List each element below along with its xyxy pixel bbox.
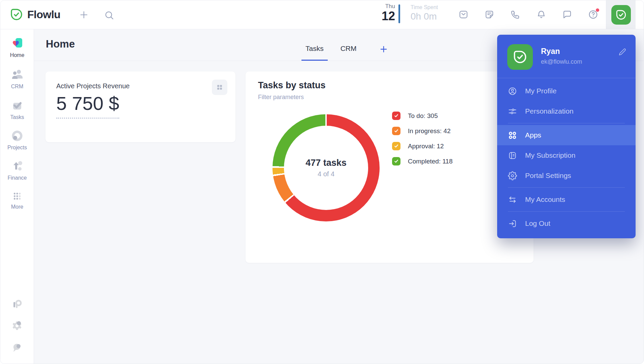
donut-total-label: 477 tasks bbox=[305, 158, 347, 168]
avatar-shield-icon bbox=[615, 9, 627, 21]
sidebar-item-more[interactable]: More bbox=[0, 190, 34, 210]
revenue-value-link[interactable]: 5 750 $ bbox=[56, 92, 119, 119]
revenue-widget-title: Active Projects Revenue bbox=[56, 82, 130, 90]
tab-tasks[interactable]: Tasks bbox=[303, 44, 326, 61]
sidebar-item-label: Finance bbox=[0, 175, 34, 181]
dashboard-tabs: Tasks CRM bbox=[303, 44, 388, 61]
donut-center-labels: 477 tasks 4 of 4 bbox=[272, 114, 380, 221]
mail-icon bbox=[458, 9, 469, 20]
filter-parameters-link[interactable]: Filter parameters bbox=[258, 94, 304, 101]
finance-icon bbox=[10, 159, 24, 173]
date-day: Thu bbox=[373, 3, 395, 10]
widget-drag-handle[interactable] bbox=[212, 80, 227, 95]
user-menu-header: Ryan ek@flowlu.com bbox=[497, 35, 636, 78]
menu-divider bbox=[508, 211, 625, 212]
menu-item-label: Personalization bbox=[525, 107, 574, 115]
check-icon bbox=[394, 159, 399, 164]
tasks-by-status-widget: Tasks by status Filter parameters 477 ta… bbox=[246, 71, 534, 263]
menu-item-my-accounts[interactable]: My Accounts bbox=[497, 189, 636, 210]
menu-item-my-subscription[interactable]: My Subscription bbox=[497, 145, 636, 165]
menu-item-log-out[interactable]: Log Out bbox=[497, 213, 636, 234]
time-spent: Time Spent 0h 0m bbox=[411, 4, 438, 22]
menu-item-apps[interactable]: Apps bbox=[497, 125, 636, 145]
legend-checkbox bbox=[392, 142, 400, 150]
product-logo-icon bbox=[11, 299, 23, 310]
app-window: Flowlu Thu 12 Time Spent 0h 0m bbox=[0, 0, 644, 364]
add-tab-button[interactable] bbox=[379, 44, 388, 55]
flowlu-shield-icon bbox=[10, 8, 23, 21]
legend-label: Completed: 118 bbox=[408, 158, 453, 165]
menu-item-label: Apps bbox=[525, 131, 541, 139]
chat-icon bbox=[562, 9, 572, 20]
date-number: 12 bbox=[373, 10, 395, 23]
sidebar-product-logo[interactable] bbox=[0, 299, 34, 310]
calendar-date: Thu 12 bbox=[373, 3, 395, 23]
user-avatar-button[interactable] bbox=[606, 0, 636, 29]
sidebar-item-label: Home bbox=[0, 52, 34, 58]
tab-crm[interactable]: CRM bbox=[339, 44, 359, 61]
time-spent-label: Time Spent bbox=[411, 4, 438, 11]
menu-item-portal-settings[interactable]: Portal Settings bbox=[497, 165, 636, 186]
check-icon bbox=[394, 128, 399, 133]
menu-divider bbox=[508, 187, 625, 188]
sliders-icon bbox=[508, 107, 517, 116]
menu-item-personalization[interactable]: Personalization bbox=[497, 101, 636, 121]
add-button[interactable] bbox=[78, 9, 89, 20]
pencil-icon bbox=[619, 48, 626, 56]
menu-item-label: My Profile bbox=[525, 87, 556, 95]
brand-logo[interactable]: Flowlu bbox=[10, 8, 60, 21]
sidebar-settings-shortcut[interactable] bbox=[0, 320, 34, 331]
sidebar-item-crm[interactable]: CRM bbox=[0, 68, 34, 90]
revenue-widget: Active Projects Revenue 5 750 $ bbox=[45, 71, 235, 142]
legend-checkbox bbox=[392, 157, 400, 165]
user-email: ek@flowlu.com bbox=[541, 58, 582, 65]
sidebar-item-label: Projects bbox=[0, 145, 34, 151]
page-title: Home bbox=[46, 38, 75, 50]
legend-item-approval[interactable]: Approval: 12 bbox=[392, 142, 453, 150]
brand-name: Flowlu bbox=[27, 8, 60, 21]
avatar bbox=[611, 5, 631, 25]
menu-item-label: My Accounts bbox=[525, 195, 565, 204]
user-dropdown-menu: Ryan ek@flowlu.com My Profile Personaliz… bbox=[497, 35, 636, 238]
crm-icon bbox=[10, 68, 24, 82]
gear-shortcut-icon bbox=[11, 320, 23, 331]
menu-item-my-profile[interactable]: My Profile bbox=[497, 81, 636, 101]
gear-icon bbox=[508, 171, 517, 180]
sidebar-item-label: Tasks bbox=[0, 114, 34, 120]
sidebar-item-label: More bbox=[0, 204, 34, 210]
tasks-donut-chart[interactable]: 477 tasks 4 of 4 bbox=[272, 114, 380, 221]
user-menu-avatar bbox=[507, 44, 533, 70]
mail-button[interactable] bbox=[458, 9, 469, 20]
sidebar: Home CRM Tasks Projects bbox=[0, 29, 34, 364]
swap-accounts-icon bbox=[508, 195, 517, 204]
timer-indicator bbox=[398, 4, 400, 23]
sidebar-item-finance[interactable]: Finance bbox=[0, 159, 34, 181]
legend-label: Approval: 12 bbox=[408, 143, 444, 150]
logout-icon bbox=[508, 219, 517, 228]
apps-icon bbox=[508, 131, 517, 140]
sidebar-item-tasks[interactable]: Tasks bbox=[0, 99, 34, 120]
chat-button[interactable] bbox=[562, 9, 572, 20]
legend-item-completed[interactable]: Completed: 118 bbox=[392, 157, 453, 165]
notifications-button[interactable] bbox=[536, 9, 546, 20]
help-button[interactable] bbox=[588, 9, 598, 20]
menu-item-label: My Subscription bbox=[525, 151, 575, 159]
sidebar-item-projects[interactable]: Projects bbox=[0, 129, 34, 151]
search-button[interactable] bbox=[104, 10, 114, 20]
plus-icon bbox=[379, 44, 388, 54]
support-chat-icon bbox=[11, 342, 23, 354]
sidebar-support-chat[interactable] bbox=[0, 342, 34, 354]
legend-item-inprogress[interactable]: In progress: 42 bbox=[392, 127, 453, 135]
edit-profile-button[interactable] bbox=[619, 48, 626, 57]
phone-icon bbox=[510, 9, 520, 20]
menu-item-label: Log Out bbox=[525, 219, 550, 228]
menu-item-label: Portal Settings bbox=[525, 172, 571, 180]
legend-item-todo[interactable]: To do: 305 bbox=[392, 112, 453, 120]
projects-icon bbox=[10, 129, 24, 143]
sidebar-item-home[interactable]: Home bbox=[0, 37, 34, 58]
user-name: Ryan bbox=[541, 47, 560, 56]
notes-button[interactable] bbox=[484, 9, 494, 20]
menu-divider bbox=[508, 123, 625, 123]
calls-button[interactable] bbox=[510, 9, 520, 20]
sidebar-item-label: CRM bbox=[0, 84, 34, 90]
